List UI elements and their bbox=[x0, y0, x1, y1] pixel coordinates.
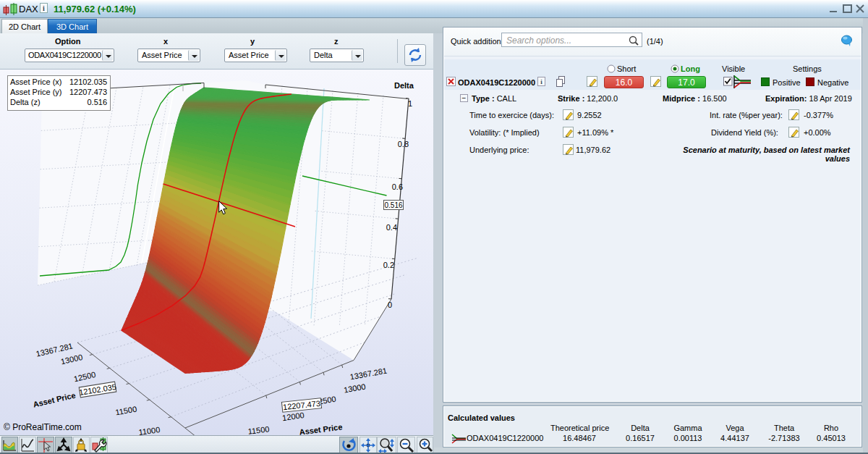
svg-text:0.6: 0.6 bbox=[392, 182, 403, 191]
svg-text:12102.035: 12102.035 bbox=[69, 77, 107, 86]
svg-text:© ProRealTime.com: © ProRealTime.com bbox=[4, 422, 82, 432]
svg-text:Delta (z): Delta (z) bbox=[10, 98, 41, 106]
svg-text:Asset Price (y): Asset Price (y) bbox=[10, 88, 62, 96]
svg-text:Delta: Delta bbox=[394, 81, 414, 90]
svg-text:12207.473: 12207.473 bbox=[69, 88, 107, 96]
svg-text:Asset Price (x): Asset Price (x) bbox=[10, 77, 62, 86]
svg-text:0.516: 0.516 bbox=[87, 98, 107, 106]
svg-text:1: 1 bbox=[408, 99, 412, 108]
svg-text:0.516: 0.516 bbox=[384, 201, 402, 209]
svg-text:0: 0 bbox=[388, 300, 392, 309]
svg-text:0.8: 0.8 bbox=[398, 140, 409, 148]
svg-text:0.2: 0.2 bbox=[383, 261, 394, 269]
svg-text:0.4: 0.4 bbox=[386, 223, 397, 232]
